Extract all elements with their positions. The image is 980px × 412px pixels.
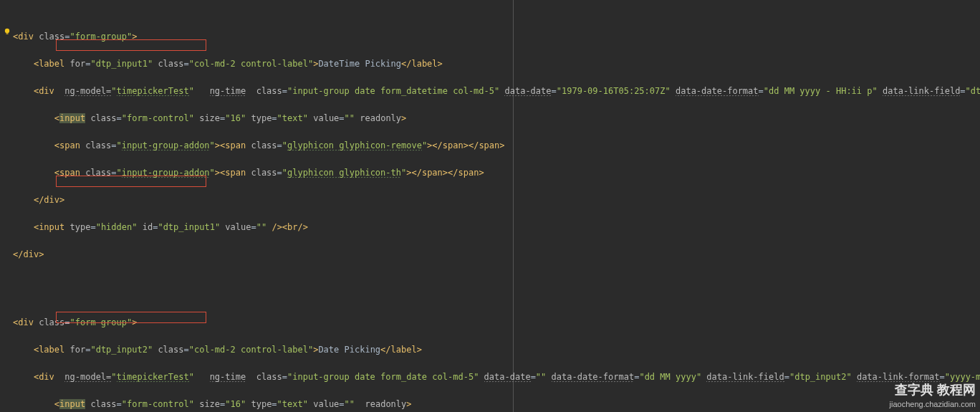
attr-value: input-group-addon bbox=[122, 140, 210, 151]
ng-time-attr: ng-time bbox=[210, 86, 246, 97]
watermark-title: 查字典 教程网 bbox=[890, 382, 976, 398]
readonly-attr: readonly bbox=[360, 113, 401, 123]
attr-value: glyphicon glyphicon-remove bbox=[287, 140, 422, 151]
ng-model-value: timepickerTest bbox=[117, 86, 189, 97]
attr-value: 1979-09-16T05:25:07Z bbox=[562, 86, 666, 96]
attr-value: input-group date form_datetime col-md-5 bbox=[292, 86, 494, 96]
attr-value: dd MM yyyy bbox=[645, 372, 696, 382]
attr-value: form-control bbox=[127, 113, 189, 123]
attr-value: form-control bbox=[127, 399, 189, 409]
ng-time-attr: ng-time bbox=[210, 372, 246, 383]
attr-value: form-group bbox=[75, 317, 127, 327]
attr-value: glyphicon glyphicon-th bbox=[287, 168, 401, 178]
svg-point-0 bbox=[5, 29, 9, 33]
attr-value: input-group-addon bbox=[122, 168, 210, 178]
svg-rect-1 bbox=[6, 33, 9, 34]
intention-bulb-icon[interactable] bbox=[3, 27, 10, 34]
attr-value: form-group bbox=[75, 32, 127, 42]
ng-model-value: timepickerTest bbox=[117, 372, 189, 383]
attr-value: dtp_input2 bbox=[794, 372, 846, 382]
attr-value: dd MM yyyy - HH:ii p bbox=[769, 86, 873, 96]
attr-value: 16 bbox=[231, 399, 241, 409]
gutter bbox=[0, 0, 13, 412]
ng-model-attr: ng-model= bbox=[64, 86, 111, 97]
attr-value: text bbox=[282, 113, 303, 123]
text-node: Date Picking bbox=[318, 345, 380, 355]
text-node: DateTime Picking bbox=[318, 59, 401, 69]
attr-value: col-md-2 control-label bbox=[194, 345, 308, 355]
attr-value: input-group date form_date col-md-5 bbox=[292, 372, 474, 382]
watermark-url: jiaocheng.chazidian.com bbox=[890, 399, 976, 409]
attr-value: yyyy-mm-dd bbox=[950, 372, 980, 382]
readonly-attr: readonly bbox=[365, 399, 406, 409]
attr-value: 16 bbox=[231, 113, 241, 123]
watermark: 查字典 教程网 jiaocheng.chazidian.com bbox=[890, 382, 976, 409]
attr-value: dtp_input1 bbox=[163, 222, 215, 232]
ng-model-attr: ng-model= bbox=[64, 372, 111, 383]
attr-value: dtp_input2 bbox=[96, 345, 148, 355]
attr-value: dtp_input1 bbox=[971, 86, 980, 96]
attr-value: col-md-2 control-label bbox=[194, 59, 308, 69]
attr-value: text bbox=[282, 399, 303, 409]
code-editor[interactable]: <div class="form-group"> <label for="dtp… bbox=[13, 3, 980, 412]
attr-value: dtp_input1 bbox=[96, 59, 148, 69]
attr-value: hidden bbox=[101, 222, 132, 232]
